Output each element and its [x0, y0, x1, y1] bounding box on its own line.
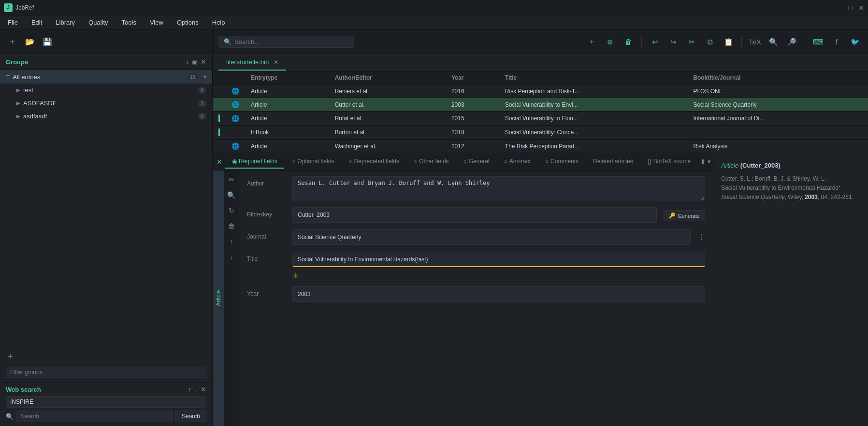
add-entry-button[interactable]: ＋	[584, 35, 599, 49]
col-journal[interactable]: Booktitle/Journal	[687, 71, 868, 85]
open-button[interactable]: 📂	[23, 35, 37, 49]
year-input[interactable]	[292, 286, 705, 302]
tab-related-articles[interactable]: Related articles	[586, 155, 640, 169]
facebook-button[interactable]: f	[829, 35, 844, 49]
menubar-item-edit[interactable]: Edit	[29, 17, 44, 28]
group-item-asdfasdf-lower[interactable]: ▶ asdfasdf 0	[0, 110, 212, 123]
web-search-input[interactable]	[16, 411, 173, 422]
title-input[interactable]	[292, 252, 705, 267]
cut-button[interactable]: ✂	[684, 35, 699, 49]
tab-bibtex-source[interactable]: {} BibTeX source	[641, 155, 697, 169]
menubar-item-quality[interactable]: Quality	[87, 17, 110, 28]
tab-optional-fields[interactable]: ○ Optional fields	[285, 155, 341, 169]
tab-comments[interactable]: ○ Comments	[538, 155, 585, 169]
titlebar-controls[interactable]: ─ □ ✕	[838, 4, 864, 12]
delete-action-button[interactable]: 🗑	[225, 220, 238, 232]
tab-deprecated-fields[interactable]: ○ Deprecated fields	[342, 155, 406, 169]
entry-table-container[interactable]: Entrytype Author/Editor Year Title Bookt…	[213, 71, 868, 153]
group-item-all[interactable]: ≡ All entries 16 ▾	[0, 70, 212, 84]
tab-general-dot: ○	[463, 158, 467, 165]
web-search-button[interactable]: Search	[175, 411, 206, 422]
generate-key-button[interactable]: 🔑 Generate	[664, 210, 705, 221]
tab-other-fields[interactable]: ○ Other fields	[407, 155, 456, 169]
groups-up-icon[interactable]: ↑	[179, 58, 183, 66]
menubar-item-tools[interactable]: Tools	[120, 17, 138, 28]
col-title[interactable]: Title	[499, 71, 688, 85]
search-icon: 🔍	[224, 38, 231, 45]
zoom-in-button[interactable]: 🔍	[766, 35, 781, 49]
delete-entry-button[interactable]: 🗑	[621, 35, 636, 49]
search-input[interactable]	[234, 38, 348, 45]
table-row[interactable]: 🌐 Article Cutter et al. 2003 Social Vuln…	[213, 98, 868, 112]
copy-button[interactable]: ⧉	[703, 35, 717, 49]
author-input[interactable]	[292, 176, 705, 200]
redo-button[interactable]: ↪	[666, 35, 680, 49]
tab-deprecated-dot: ○	[348, 158, 352, 165]
menubar-item-options[interactable]: Options	[175, 17, 201, 28]
new-group-button[interactable]: ＋	[6, 35, 19, 49]
save-button[interactable]: 💾	[41, 35, 54, 49]
title-label: Title	[247, 252, 286, 262]
editor-collapse-icon[interactable]: ▾	[708, 158, 711, 165]
web-search-down-icon[interactable]: ↓	[194, 385, 198, 393]
web-search-actions: ↑ ↓ ✕	[188, 385, 206, 393]
col-entrytype[interactable]: Entrytype	[245, 71, 329, 85]
asdfasdf-lower-expand-icon[interactable]: ▶	[16, 114, 20, 119]
close-button[interactable]: ✕	[858, 4, 864, 12]
preview-citekey: (Cutter_2003)	[740, 162, 781, 169]
groups-down-icon[interactable]: ↓	[186, 58, 189, 66]
github-button[interactable]: ⌨	[811, 35, 825, 49]
maximize-button[interactable]: □	[849, 4, 853, 12]
minimize-button[interactable]: ─	[838, 4, 843, 12]
tab-general[interactable]: ○ General	[457, 155, 496, 169]
web-search-up-icon[interactable]: ↑	[188, 385, 191, 393]
col-year[interactable]: Year	[446, 71, 499, 85]
article-vertical-label[interactable]: Article	[213, 170, 224, 426]
add-entry-auto-button[interactable]: ⊕	[603, 35, 617, 49]
menubar-item-library[interactable]: Library	[54, 17, 77, 28]
menubar-item-help[interactable]: Help	[210, 17, 227, 28]
library-tab[interactable]: literaturteile.bib ✕	[218, 55, 286, 71]
paste-button[interactable]: 📋	[721, 35, 736, 49]
tab-required-fields[interactable]: ◉ Required fields	[225, 155, 284, 169]
groups-view-icon[interactable]: ◉	[192, 58, 198, 66]
up-action-button[interactable]: ↑	[225, 235, 238, 248]
groups-close-icon[interactable]: ✕	[201, 58, 206, 66]
library-tab-close[interactable]: ✕	[274, 59, 278, 66]
table-row[interactable]: InBook Burton et al. 2018 Social Vulnera…	[213, 126, 868, 140]
filter-groups-input[interactable]	[6, 367, 206, 378]
tex-button[interactable]: TeX	[748, 35, 762, 49]
add-group-button[interactable]: ＋	[6, 350, 14, 362]
table-row[interactable]: 🌐 Article Rufat et al. 2015 Social Vulne…	[213, 112, 868, 126]
author-field-row: Author	[247, 176, 705, 200]
web-search-close-icon[interactable]: ✕	[201, 385, 206, 393]
close-editor-button[interactable]: ✕	[215, 157, 224, 167]
journal-input[interactable]	[292, 229, 691, 245]
menubar-item-file[interactable]: File	[6, 17, 20, 28]
editor-expand-icon[interactable]: ⬆	[700, 158, 706, 165]
test-expand-icon[interactable]: ▶	[16, 87, 20, 93]
table-row[interactable]: 🌐 Article Reniers et al. 2016 Risk Perce…	[213, 85, 868, 98]
search-box[interactable]: 🔍	[218, 36, 354, 48]
row-indicator	[213, 140, 226, 153]
bibtexkey-input[interactable]	[292, 207, 657, 223]
web-search-engine-select[interactable]: INSPIRE	[6, 396, 206, 408]
menubar-item-view[interactable]: View	[148, 17, 165, 28]
search-action-button[interactable]: 🔍	[225, 189, 238, 201]
col-author[interactable]: Author/Editor	[329, 71, 446, 85]
group-item-asdfasdf-upper[interactable]: ▶ ASDFASDF 3	[0, 97, 212, 110]
edit-action-button[interactable]: ✏	[225, 173, 238, 186]
web-search-section: Web search ↑ ↓ ✕ INSPIRE 🔍 Search	[0, 382, 212, 426]
table-row[interactable]: 🌐 Article Wachinger et al. 2012 The Risk…	[213, 140, 868, 153]
refresh-action-button[interactable]: ↻	[225, 204, 238, 217]
preview-comma: , Wiley,	[784, 194, 805, 200]
zoom-out-button[interactable]: 🔎	[784, 35, 799, 49]
tab-abstract[interactable]: ○ Abstract	[497, 155, 537, 169]
asdfasdf-upper-expand-icon[interactable]: ▶	[16, 100, 20, 106]
undo-button[interactable]: ↩	[648, 35, 662, 49]
journal-menu-button[interactable]: ⋮	[697, 229, 705, 241]
twitter-button[interactable]: 🐦	[848, 35, 862, 49]
group-item-test[interactable]: ▶ test 0	[0, 84, 212, 97]
down-action-button[interactable]: ↓	[225, 251, 238, 263]
all-entries-expand[interactable]: ▾	[203, 73, 206, 80]
